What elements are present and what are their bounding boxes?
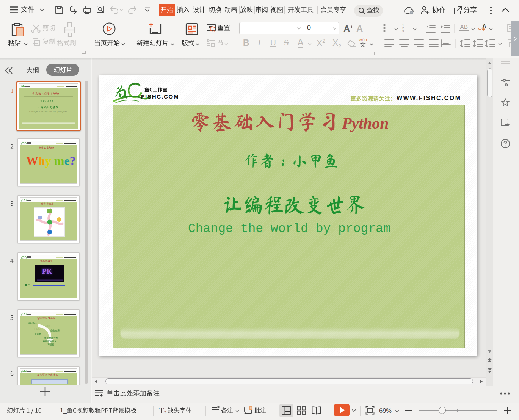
svg-text:3: 3 <box>402 30 404 33</box>
